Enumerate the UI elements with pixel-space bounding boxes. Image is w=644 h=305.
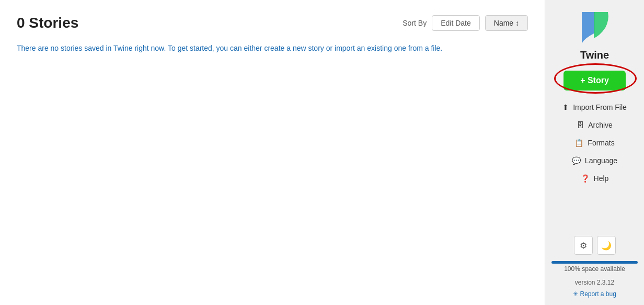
archive-icon: 🗄: [577, 121, 584, 129]
report-bug-link[interactable]: ✳ Report a bug: [573, 290, 616, 298]
formats-icon: 📋: [574, 139, 583, 147]
version-text: version 2.3.12: [575, 279, 614, 286]
help-icon: ❓: [581, 174, 590, 183]
add-story-button[interactable]: + Story: [564, 71, 626, 91]
language-icon: 💬: [572, 156, 581, 165]
space-bar-container: 100% space available: [551, 261, 638, 273]
sort-name-button[interactable]: Name ↕: [485, 15, 528, 31]
sidebar-item-language-label: Language: [585, 156, 617, 165]
settings-button[interactable]: ⚙: [574, 236, 593, 255]
sidebar: Twine + Story ⬆ Import From File 🗄 Archi…: [545, 0, 644, 305]
stories-title: 0 Stories: [17, 15, 78, 31]
sidebar-item-archive-label: Archive: [588, 121, 613, 129]
sidebar-bottom: ⚙ 🌙 100% space available version 2.3.12 …: [545, 236, 644, 298]
sort-label: Sort By: [402, 19, 427, 27]
dark-mode-button[interactable]: 🌙: [597, 236, 616, 255]
sidebar-item-help-label: Help: [594, 174, 609, 183]
import-icon: ⬆: [562, 103, 569, 111]
header-row: 0 Stories Sort By Edit Date Name ↕: [17, 15, 528, 31]
sidebar-item-import[interactable]: ⬆ Import From File: [545, 99, 644, 116]
empty-message: There are no stories saved in Twine righ…: [17, 44, 528, 52]
space-bar: [551, 261, 638, 264]
sidebar-item-formats-label: Formats: [588, 139, 614, 147]
app-name: Twine: [580, 49, 609, 61]
sort-row: Sort By Edit Date Name ↕: [402, 15, 528, 31]
sidebar-item-import-label: Import From File: [573, 103, 627, 111]
app-logo: [579, 9, 611, 46]
sidebar-item-archive[interactable]: 🗄 Archive: [545, 117, 644, 133]
sidebar-nav: ⬆ Import From File 🗄 Archive 📋 Formats 💬…: [545, 99, 644, 187]
main-content: 0 Stories Sort By Edit Date Name ↕ There…: [0, 0, 545, 305]
icon-btn-row: ⚙ 🌙: [574, 236, 616, 255]
sidebar-item-language[interactable]: 💬 Language: [545, 152, 644, 169]
space-available-text: 100% space available: [551, 265, 638, 273]
sort-edit-date-button[interactable]: Edit Date: [432, 15, 480, 31]
sidebar-item-help[interactable]: ❓ Help: [545, 170, 644, 187]
sidebar-item-formats[interactable]: 📋 Formats: [545, 134, 644, 151]
add-story-wrapper: + Story: [564, 71, 626, 91]
logo-container: Twine: [579, 9, 611, 61]
